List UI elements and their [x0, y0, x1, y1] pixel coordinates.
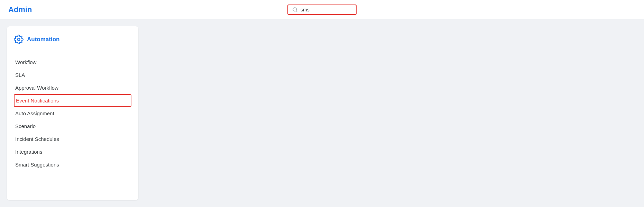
sidebar-section-title: Automation: [27, 36, 59, 43]
search-icon: [292, 7, 298, 12]
search-box: [287, 4, 357, 15]
svg-point-2: [18, 38, 20, 41]
search-container: [287, 4, 357, 15]
sidebar-item-event-notifications[interactable]: Event Notifications: [14, 94, 131, 107]
sidebar-item-scenario[interactable]: Scenario: [14, 120, 131, 133]
main-content: Automation Workflow SLA Approval Workflo…: [0, 19, 644, 207]
sidebar-item-approval-workflow[interactable]: Approval Workflow: [14, 81, 131, 94]
search-input[interactable]: [301, 7, 352, 12]
sidebar-card: Automation Workflow SLA Approval Workflo…: [7, 26, 138, 200]
sidebar-nav: Workflow SLA Approval Workflow Event Not…: [14, 56, 131, 171]
sidebar-item-sla[interactable]: SLA: [14, 69, 131, 81]
sidebar-header: Automation: [14, 35, 131, 44]
sidebar-item-workflow[interactable]: Workflow: [14, 56, 131, 69]
sidebar-divider: [14, 50, 131, 50]
sidebar-item-incident-schedules[interactable]: Incident Schedules: [14, 133, 131, 145]
sidebar-item-auto-assignment[interactable]: Auto Assignment: [14, 107, 131, 120]
svg-line-1: [296, 11, 297, 12]
automation-icon: [14, 35, 24, 44]
content-area: [145, 26, 637, 200]
admin-title: Admin: [8, 5, 32, 14]
header: Admin: [0, 0, 644, 19]
sidebar-item-integrations[interactable]: Integrations: [14, 145, 131, 158]
sidebar-item-smart-suggestions[interactable]: Smart Suggestions: [14, 158, 131, 171]
